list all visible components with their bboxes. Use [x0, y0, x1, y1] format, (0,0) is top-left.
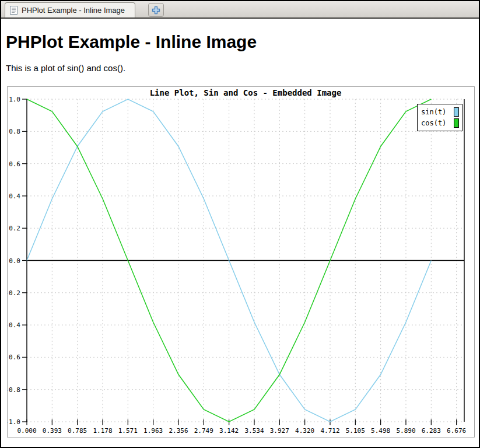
plus-icon: [152, 6, 160, 15]
browser-window: PHPlot Example - Inline Image PHPlot Exa…: [0, 0, 480, 448]
svg-text:5.498: 5.498: [371, 427, 390, 435]
svg-text:-0.4: -0.4: [8, 321, 20, 329]
svg-text:0.000: 0.000: [17, 427, 36, 435]
svg-text:-0.8: -0.8: [8, 386, 20, 394]
svg-text:0.2: 0.2: [9, 225, 20, 232]
new-tab-button[interactable]: [148, 3, 164, 17]
svg-text:0.6: 0.6: [9, 160, 20, 168]
svg-text:1.963: 1.963: [143, 427, 163, 435]
svg-text:-0.2: -0.2: [8, 289, 20, 297]
svg-text:6.283: 6.283: [422, 427, 441, 435]
line-plot: 0.0000.3930.7851.1781.5711.9632.3562.749…: [8, 87, 474, 437]
legend-item-sin: sin(t): [421, 106, 459, 117]
svg-text:1.571: 1.571: [118, 427, 138, 435]
svg-text:0.0: 0.0: [9, 257, 20, 265]
svg-text:0.393: 0.393: [43, 427, 62, 435]
chart-legend: sin(t) cos(t): [417, 104, 463, 131]
svg-text:3.927: 3.927: [270, 427, 289, 435]
page-content: PHPlot Example - Inline Image This is a …: [1, 32, 479, 438]
legend-label-cos: cos(t): [421, 119, 454, 127]
svg-text:2.356: 2.356: [169, 427, 188, 435]
svg-text:3.142: 3.142: [219, 427, 239, 435]
svg-text:0.785: 0.785: [68, 427, 87, 435]
tab-title: PHPlot Example - Inline Image: [22, 6, 125, 15]
svg-text:5.890: 5.890: [396, 427, 415, 435]
legend-item-cos: cos(t): [421, 117, 459, 128]
legend-label-sin: sin(t): [421, 108, 454, 116]
tab-phplot-example[interactable]: PHPlot Example - Inline Image: [5, 2, 135, 18]
chart-image: 0.0000.3930.7851.1781.5711.9632.3562.749…: [7, 86, 475, 438]
tab-bar: PHPlot Example - Inline Image: [1, 1, 479, 19]
intro-text: This is a plot of sin() and cos().: [6, 63, 479, 73]
svg-text:0.8: 0.8: [9, 128, 20, 135]
svg-text:6.676: 6.676: [447, 427, 466, 435]
svg-text:Line Plot, Sin and Cos - Embed: Line Plot, Sin and Cos - Embedded Image: [150, 88, 342, 97]
svg-text:3.534: 3.534: [244, 427, 264, 435]
legend-swatch-cos: [454, 118, 459, 128]
svg-text:4.712: 4.712: [320, 427, 339, 435]
legend-swatch-sin: [454, 107, 459, 117]
page-heading: PHPlot Example - Inline Image: [6, 32, 479, 52]
svg-text:2.749: 2.749: [194, 427, 213, 435]
svg-text:0.4: 0.4: [9, 192, 20, 200]
document-icon: [10, 6, 17, 15]
svg-text:4.320: 4.320: [295, 427, 314, 435]
svg-text:1.0: 1.0: [9, 96, 20, 103]
svg-text:-1.0: -1.0: [8, 418, 20, 426]
svg-text:-0.6: -0.6: [8, 354, 20, 361]
svg-text:1.178: 1.178: [93, 427, 112, 435]
svg-text:5.105: 5.105: [346, 427, 365, 435]
